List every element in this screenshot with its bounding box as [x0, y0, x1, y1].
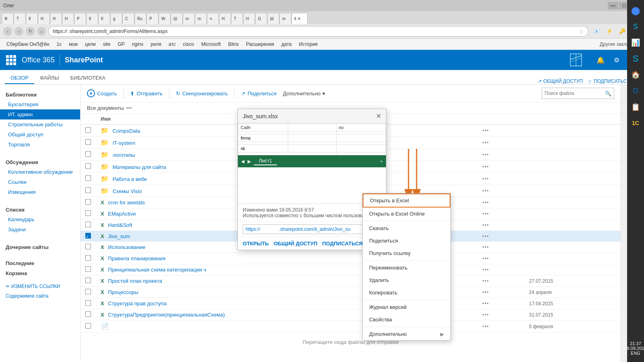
- row-checkbox[interactable]: [85, 187, 91, 193]
- sheet-tab-label[interactable]: Лист1: [254, 157, 277, 165]
- browser-tab[interactable]: Р: [147, 13, 159, 24]
- row-checkbox[interactable]: [85, 300, 91, 306]
- browser-tab[interactable]: Р: [74, 13, 86, 24]
- row-context-menu-icon[interactable]: •••: [482, 176, 489, 182]
- row-checkbox[interactable]: [85, 222, 91, 227]
- browser-tab[interactable]: m: [195, 13, 207, 24]
- popup-open-button[interactable]: ОТКРЫТЬ: [243, 241, 269, 247]
- popup-link-input[interactable]: [243, 224, 381, 234]
- extension-btn3[interactable]: 🔑: [617, 26, 628, 37]
- context-menu-item-get-link[interactable]: Получить ссылку: [363, 247, 450, 259]
- doc-list-menu-icon[interactable]: •••: [126, 105, 132, 111]
- row-context-menu-icon[interactable]: •••: [482, 300, 489, 306]
- row-context-menu-icon[interactable]: •••: [482, 244, 489, 250]
- table-row[interactable]: 📄 ••• 5 февраля: [80, 321, 621, 333]
- context-menu-item-open-excel[interactable]: Открыть в Excel: [363, 193, 450, 208]
- row-checkbox[interactable]: [85, 210, 91, 216]
- row-checkbox[interactable]: [85, 139, 91, 145]
- browser-tab[interactable]: С: [122, 13, 134, 24]
- taskbar-icon5[interactable]: 🏠: [628, 68, 643, 82]
- context-menu-item-download[interactable]: Скачать: [363, 222, 450, 234]
- browser-tab[interactable]: Т: [14, 13, 26, 24]
- sidebar-item-collective[interactable]: Коллективное обсуждение: [0, 167, 80, 177]
- taskbar-skype-icon2[interactable]: S: [628, 51, 643, 66]
- tab-obzor[interactable]: ОБЗОР: [5, 72, 34, 84]
- row-context-menu-icon[interactable]: •••: [482, 255, 489, 261]
- file-name-link[interactable]: cron for awstats: [108, 200, 145, 206]
- row-context-menu-icon[interactable]: •••: [482, 200, 489, 206]
- file-name-link[interactable]: IT-system: [113, 140, 135, 146]
- bookmark-nginx[interactable]: nginx: [129, 41, 147, 48]
- browser-tab[interactable]: ч: [207, 13, 219, 24]
- row-checkbox[interactable]: [85, 151, 91, 157]
- row-checkbox[interactable]: [85, 289, 91, 294]
- row-context-menu-icon[interactable]: •••: [482, 312, 489, 318]
- context-menu-item-more[interactable]: Дополнительно ▶: [363, 328, 450, 340]
- extension-btn2[interactable]: ⚡: [604, 26, 615, 37]
- file-name-link[interactable]: логотипы: [113, 152, 135, 158]
- upload-button[interactable]: ⬆ Отправить: [130, 90, 162, 97]
- sidebar-item-stroitelnie[interactable]: Строительные работы: [0, 119, 80, 130]
- browser-tab[interactable]: К: [98, 13, 110, 24]
- file-name-link[interactable]: СтруктураПредприятия(принципиальнаяСхема…: [108, 312, 225, 318]
- create-button[interactable]: + Создать: [87, 89, 117, 97]
- app-launcher-button[interactable]: [5, 54, 17, 66]
- subscribe-button[interactable]: ☆ ПОДПИСАТЬСЯ: [588, 78, 630, 84]
- row-context-menu-icon[interactable]: •••: [482, 289, 489, 295]
- file-name-link[interactable]: Использование: [108, 244, 145, 250]
- browser-tab-active[interactable]: it ✕: [291, 13, 308, 24]
- browser-tab[interactable]: Ф: [2, 13, 14, 24]
- edit-links-button[interactable]: ✏ ИЗМЕНИТЬ ССЫЛКИ: [0, 282, 80, 291]
- file-name-link[interactable]: Материалы для сайта: [113, 164, 166, 170]
- browser-tab[interactable]: Ш: [267, 13, 279, 24]
- row-checkbox[interactable]: [85, 244, 91, 249]
- sheet-nav-right[interactable]: ▶: [248, 159, 251, 164]
- sidebar-item-notifications[interactable]: Извещения: [0, 187, 80, 197]
- taskbar-skype-icon1[interactable]: S: [628, 19, 643, 34]
- row-context-menu-icon[interactable]: •••: [482, 222, 489, 228]
- row-context-menu-icon[interactable]: •••: [482, 128, 489, 134]
- file-name-link[interactable]: CompsData: [113, 128, 140, 134]
- tab-files[interactable]: ФАЙЛЫ: [34, 72, 65, 84]
- row-checkbox[interactable]: [85, 175, 91, 181]
- file-name-link[interactable]: Hard&Soft: [108, 222, 132, 228]
- browser-tab[interactable]: Н: [50, 13, 62, 24]
- bookmark-history[interactable]: История: [296, 41, 321, 48]
- taskbar-chrome-icon[interactable]: ⬤: [628, 3, 643, 18]
- row-context-menu-icon[interactable]: •••: [482, 233, 489, 239]
- file-name-link[interactable]: Структура прав доступа: [108, 300, 167, 306]
- bookmark-sberbank[interactable]: Сбербанк ОнЛ@йн: [3, 41, 53, 48]
- file-name-link[interactable]: Работа в вебе: [113, 176, 147, 182]
- browser-tab[interactable]: К: [86, 13, 98, 24]
- popup-share-button[interactable]: ОБЩИЙ ДОСТУП: [274, 241, 318, 247]
- taskbar-icon7[interactable]: 📋: [628, 100, 643, 114]
- table-row[interactable]: X Процессоры ••• 24 апреля: [80, 287, 621, 298]
- row-checkbox[interactable]: [85, 163, 91, 169]
- scrollbar-rail[interactable]: [621, 84, 627, 362]
- table-row[interactable]: X Принципиальная схема категоризации ч •…: [80, 264, 621, 276]
- browser-tab[interactable]: T: [231, 13, 243, 24]
- row-checkbox[interactable]: [85, 323, 91, 329]
- sidebar-item-cart[interactable]: Корзина: [0, 268, 80, 278]
- add-sheet-icon[interactable]: +: [380, 159, 383, 164]
- bookmark-moi[interactable]: мои: [66, 41, 81, 48]
- row-context-menu-icon[interactable]: •••: [482, 188, 489, 194]
- browser-tab[interactable]: g: [110, 13, 122, 24]
- search-icon[interactable]: 🔍: [605, 90, 611, 97]
- browser-tab[interactable]: m: [183, 13, 195, 24]
- browser-tab[interactable]: G: [255, 13, 267, 24]
- share-access-button[interactable]: ↗ ОБЩИЙ ДОСТУП: [538, 78, 583, 84]
- sheet-nav-left[interactable]: ◀: [241, 159, 244, 164]
- browser-tab[interactable]: W: [159, 13, 171, 24]
- row-context-menu-icon[interactable]: •••: [482, 267, 489, 273]
- sidebar-item-obshiy-dostup[interactable]: Общий доступ: [0, 130, 80, 140]
- bookmark-extensions[interactable]: Расширения: [243, 41, 277, 48]
- row-checkbox[interactable]: [85, 199, 91, 205]
- browser-tab[interactable]: H: [219, 13, 231, 24]
- bookmark-1c[interactable]: 1с: [54, 41, 65, 48]
- row-context-menu-icon[interactable]: •••: [482, 152, 489, 158]
- context-menu-item-share[interactable]: Поделиться: [363, 234, 450, 247]
- browser-tab[interactable]: Ru: [134, 13, 147, 24]
- table-row[interactable]: X Простой план проекта ••• 27.07.2015: [80, 276, 621, 287]
- context-menu-item-versions[interactable]: Журнал версий: [363, 301, 450, 313]
